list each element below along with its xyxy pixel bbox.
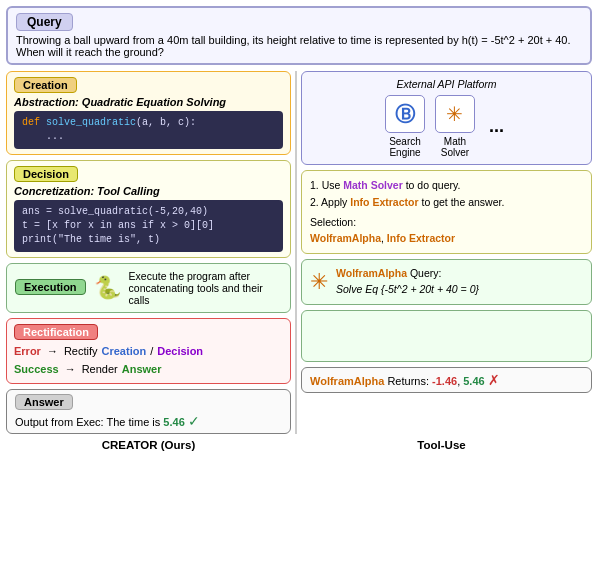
math-solver-text: Math Solver (343, 179, 403, 191)
d-pre2: 2. Apply (310, 196, 350, 208)
code-body: ... (22, 131, 64, 142)
rectification-label: Rectification (14, 324, 98, 340)
selection-label: Selection: (310, 216, 356, 228)
rectify-word: Rectify (64, 343, 98, 361)
math-solver-tool: ✳ MathSolver (435, 95, 475, 158)
wolfram-query: WolframAlpha Query: Solve Eq {-5t^2 + 20… (336, 266, 479, 298)
info-extractor-text: Info Extractor (350, 196, 418, 208)
render-word: Render (82, 361, 118, 379)
execution-right-box: ✳ WolframAlpha Query: Solve Eq {-5t^2 + … (301, 259, 592, 305)
error-arrow: → (47, 343, 58, 361)
code-line2: t = [x for x in ans if x > 0][0] (22, 220, 214, 231)
answer-left-box: Answer Output from Exec: The time is 5.4… (6, 389, 291, 434)
execution-label: Execution (15, 279, 86, 295)
answer-label: Answer (15, 394, 73, 410)
wolfram-returns-name: WolframAlpha (310, 375, 384, 387)
concretization-label: Concretization: Tool Calling (14, 185, 283, 197)
error-status: Error (14, 343, 41, 361)
decision-right-line2: 2. Apply Info Extractor to get the answe… (310, 194, 583, 211)
decision-link: Decision (157, 343, 203, 361)
decision-label: Decision (14, 166, 78, 182)
query-label: Query (16, 13, 73, 31)
slash: / (150, 343, 153, 361)
code-line1: ans = solve_quadratic(-5,20,40) (22, 206, 208, 217)
main-layout: Creation Abstraction: Quadratic Equation… (6, 71, 592, 434)
d-pre1: 1. Use (310, 179, 343, 191)
code-params: (a, b, c): (136, 117, 196, 128)
answer-link: Answer (122, 361, 162, 379)
cross-icon: ✗ (488, 372, 500, 388)
success-arrow: → (65, 361, 76, 379)
execution-left-box: Execution 🐍 Execute the program after co… (6, 263, 291, 313)
code-line3: print("The time is", t) (22, 234, 160, 245)
left-column: Creation Abstraction: Quadratic Equation… (6, 71, 291, 434)
info-extractor-text2: Info Extractor (387, 232, 455, 244)
wolfram-name: WolframAlpha (336, 267, 407, 279)
ext-api-title: External API Platform (310, 78, 583, 90)
decision-code: ans = solve_quadratic(-5,20,40) t = [x f… (14, 200, 283, 252)
footer-left-label: CREATOR (Ours) (6, 439, 291, 451)
check-icon: ✓ (188, 413, 200, 429)
creation-code: def solve_quadratic(a, b, c): ... (14, 111, 283, 149)
answer-right-box: WolframAlpha Returns: -1.46, 5.46✗ (301, 367, 592, 393)
more-tools-dots: ... (485, 116, 508, 137)
query-word: Query: (407, 267, 441, 279)
creation-label: Creation (14, 77, 77, 93)
search-engine-icon: Ⓑ (385, 95, 425, 133)
wolfram-eq: Solve Eq {-5t^2 + 20t + 40 = 0} (336, 283, 479, 295)
api-tools: Ⓑ SearchEngine ✳ MathSolver ... (310, 95, 583, 158)
creation-link: Creation (102, 343, 147, 361)
answer-pos: 5.46 (463, 375, 484, 387)
python-icon: 🐍 (94, 277, 121, 299)
selection-row: Selection: WolframAlpha, Info Extractor (310, 214, 583, 248)
vertical-divider (295, 71, 297, 434)
execution-text: Execute the program after concatenating … (129, 270, 282, 306)
error-row: Error → Rectify Creation / Decision (14, 343, 283, 361)
right-column: External API Platform Ⓑ SearchEngine ✳ M… (301, 71, 592, 434)
answer-value: 5.46 (163, 416, 184, 428)
math-solver-label: MathSolver (441, 136, 469, 158)
search-engine-label: SearchEngine (389, 136, 421, 158)
search-engine-tool: Ⓑ SearchEngine (385, 95, 425, 158)
answer-neg: -1.46 (432, 375, 457, 387)
decision-right-box: 1. Use Math Solver to do query. 2. Apply… (301, 170, 592, 254)
rectification-right-filler (301, 310, 592, 362)
decision-right-line1: 1. Use Math Solver to do query. (310, 177, 583, 194)
query-text: Throwing a ball upward from a 40m tall b… (16, 34, 582, 58)
returns-text: Returns: (384, 375, 432, 387)
success-status: Success (14, 361, 59, 379)
wolfram-text: WolframAlpha (310, 232, 381, 244)
footer-right-label: Tool-Use (291, 439, 592, 451)
abstraction-label: Abstraction: Quadratic Equation Solving (14, 96, 283, 108)
answer-left-text: Output from Exec: The time is 5.46✓ (15, 413, 282, 429)
query-section: Query Throwing a ball upward from a 40m … (6, 6, 592, 65)
decision-box: Decision Concretization: Tool Calling an… (6, 160, 291, 258)
math-solver-icon: ✳ (435, 95, 475, 133)
success-row: Success → Render Answer (14, 361, 283, 379)
creation-box: Creation Abstraction: Quadratic Equation… (6, 71, 291, 155)
d-post1: to do query. (403, 179, 461, 191)
ext-api-box: External API Platform Ⓑ SearchEngine ✳ M… (301, 71, 592, 165)
d-post2: to get the answer. (419, 196, 505, 208)
code-function: solve_quadratic (46, 117, 136, 128)
rectification-box: Rectification Error → Rectify Creation /… (6, 318, 291, 384)
answer-prefix: Output from Exec: The time is (15, 416, 163, 428)
wolfram-icon: ✳ (310, 269, 328, 295)
code-keyword: def (22, 117, 46, 128)
footer-labels: CREATOR (Ours) Tool-Use (6, 439, 592, 451)
